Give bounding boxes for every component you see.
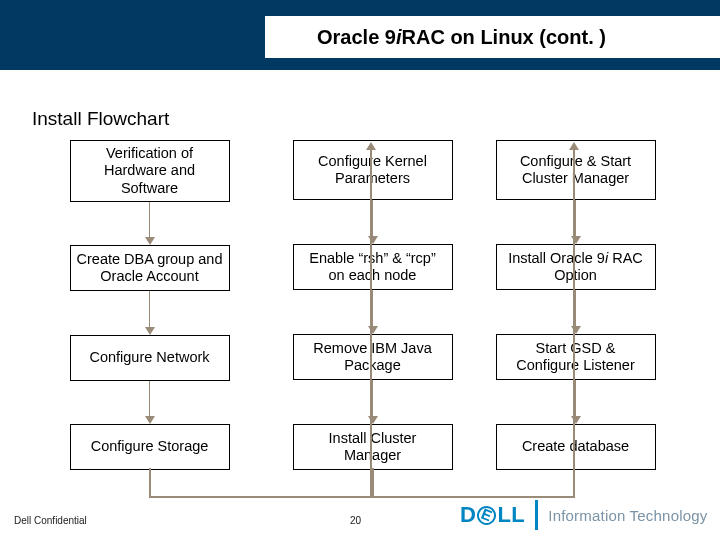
logo-separator <box>535 500 538 530</box>
arrow-down-icon <box>149 291 151 334</box>
title-post: RAC on Linux (cont. ) <box>402 26 606 49</box>
dell-wordmark: DELL <box>460 502 525 528</box>
title-pre: Oracle 9 <box>317 26 396 49</box>
arrow-down-icon <box>575 200 577 244</box>
footer-confidential: Dell Confidential <box>14 515 87 526</box>
flow-col-1: Verification of Hardware and Software Cr… <box>62 140 237 470</box>
flow-col-2: Configure Kernel Parameters Enable “rsh”… <box>285 140 460 470</box>
node-install-cm: Install Cluster Manager <box>293 424 453 470</box>
node-verify: Verification of Hardware and Software <box>70 140 230 202</box>
node-storage: Configure Storage <box>70 424 230 470</box>
node-gsd: Start GSD & Configure Listener <box>496 334 656 380</box>
flowchart: Verification of Hardware and Software Cr… <box>62 140 682 470</box>
node-install-rac: Install Oracle 9i RAC Option <box>496 244 656 290</box>
arrow-down-icon <box>575 290 577 334</box>
node-create-db: Create database <box>496 424 656 470</box>
node-kernel: Configure Kernel Parameters <box>293 140 453 200</box>
node-dba-group: Create DBA group and Oracle Account <box>70 245 230 291</box>
node-network: Configure Network <box>70 335 230 381</box>
arrow-down-icon <box>372 290 374 334</box>
rac-pre: Install Oracle 9 <box>508 250 605 266</box>
slide-title: Oracle 9i RAC on Linux (cont. ) <box>265 16 720 58</box>
arrow-down-icon <box>372 380 374 424</box>
arrow-down-icon <box>149 381 151 424</box>
arrow-down-icon <box>575 380 577 424</box>
flow-col-3: Configure & Start Cluster Manager Instal… <box>488 140 663 470</box>
node-rsh-rcp: Enable “rsh” & “rcp” on each node <box>293 244 453 290</box>
node-remove-ibm: Remove IBM Java Package <box>293 334 453 380</box>
logo-it-text: Information Technology <box>548 507 707 524</box>
dell-logo: DELL Information Technology <box>460 498 708 532</box>
subtitle: Install Flowchart <box>32 108 169 130</box>
node-start-cm: Configure & Start Cluster Manager <box>496 140 656 200</box>
page-number: 20 <box>350 515 361 526</box>
arrow-down-icon <box>149 202 151 245</box>
arrow-down-icon <box>372 200 374 244</box>
